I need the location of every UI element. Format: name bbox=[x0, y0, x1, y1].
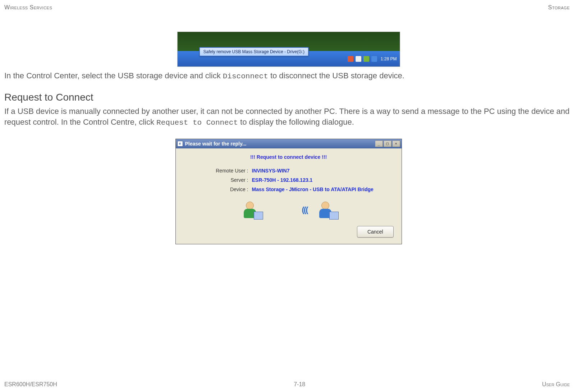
system-tray: 1:28 PM bbox=[345, 51, 400, 66]
wireless-waves-icon: ((( bbox=[302, 205, 308, 215]
device-row: Device : Mass Storage - JMicron - USB to… bbox=[184, 186, 394, 192]
dialog-banner: !!! Request to connect device !!! bbox=[184, 154, 394, 160]
remote-user-value: INVINSYS-WIN7 bbox=[252, 168, 290, 174]
device-value: Mass Storage - JMicron - USB to ATA/ATAP… bbox=[252, 186, 374, 192]
minimize-button[interactable]: _ bbox=[375, 140, 383, 147]
safely-remove-tooltip: Safely remove USB Mass Storage Device - … bbox=[199, 47, 309, 56]
server-value: ESR-750H - 192.168.123.1 bbox=[252, 177, 313, 183]
footer-left: ESR600H/ESR750H bbox=[4, 381, 57, 388]
app-icon: e bbox=[177, 141, 183, 147]
tray-icon bbox=[363, 56, 369, 62]
request-dialog: e Please wait for the reply... _ □ × !!!… bbox=[175, 139, 402, 244]
code-disconnect: Disconnect bbox=[223, 72, 268, 80]
remote-user-icon: ((( bbox=[316, 200, 337, 220]
dialog-titlebar: e Please wait for the reply... _ □ × bbox=[176, 139, 402, 148]
local-user-icon bbox=[240, 200, 262, 220]
header-left: Wireless Services bbox=[4, 4, 52, 11]
page-number: 7-18 bbox=[294, 381, 305, 388]
dialog-title: Please wait for the reply... bbox=[185, 141, 375, 147]
tray-icon bbox=[356, 56, 361, 62]
tray-icon bbox=[371, 56, 377, 62]
clock: 1:28 PM bbox=[381, 56, 397, 61]
section-heading-request-to-connect: Request to Connect bbox=[4, 92, 573, 103]
cancel-button[interactable]: Cancel bbox=[357, 226, 394, 237]
footer-right: User Guide bbox=[542, 381, 570, 388]
remote-user-label: Remote User : bbox=[184, 168, 252, 174]
text: In the Control Center, select the USB st… bbox=[4, 71, 223, 80]
server-label: Server : bbox=[184, 177, 252, 183]
text: to display the following dialogue. bbox=[238, 117, 354, 126]
device-label: Device : bbox=[184, 186, 252, 192]
tray-icon bbox=[348, 56, 353, 62]
code-request-to-connect: Request to Connect bbox=[156, 119, 238, 127]
paragraph-disconnect: In the Control Center, select the USB st… bbox=[4, 70, 573, 82]
remote-user-row: Remote User : INVINSYS-WIN7 bbox=[184, 168, 394, 174]
header-right: Storage bbox=[548, 4, 570, 11]
text: to disconnect the USB storage device. bbox=[268, 71, 404, 80]
taskbar-screenshot: Safely remove USB Mass Storage Device - … bbox=[177, 32, 400, 67]
maximize-button[interactable]: □ bbox=[384, 140, 391, 147]
paragraph-request: If a USB device is manually connected by… bbox=[4, 106, 573, 128]
close-button[interactable]: × bbox=[392, 140, 400, 147]
server-row: Server : ESR-750H - 192.168.123.1 bbox=[184, 177, 394, 183]
